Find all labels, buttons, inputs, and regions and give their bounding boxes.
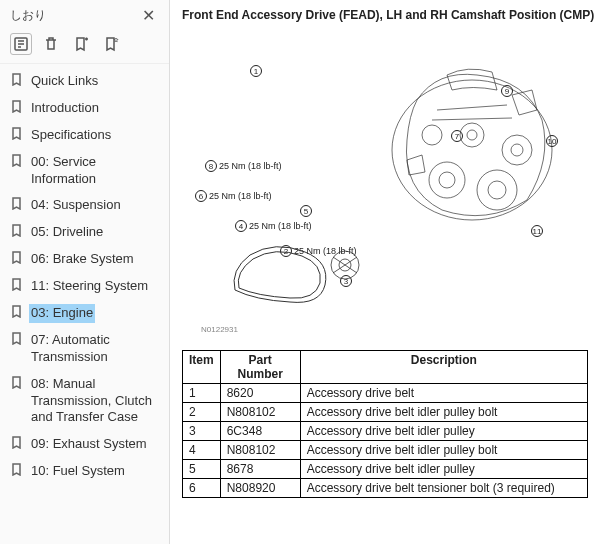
bookmark-icon: [10, 332, 23, 350]
bookmark-icon: [10, 251, 23, 269]
exploded-diagram: 1 825 Nm (18 lb-ft) 625 Nm (18 lb-ft) 42…: [195, 30, 575, 340]
cell-desc: Accessory drive belt: [300, 384, 587, 403]
bookmark-icon: [10, 278, 23, 296]
bookmark-icon: [10, 376, 23, 394]
svg-point-15: [422, 125, 442, 145]
parts-table: ItemPart NumberDescription 18620Accessor…: [182, 350, 588, 498]
table-row: 6N808920Accessory drive belt tensioner b…: [183, 479, 588, 498]
sidebar-item-label: 00: Service Information: [29, 153, 159, 189]
sidebar-item[interactable]: Introduction: [0, 95, 169, 122]
table-header: Part Number: [220, 351, 300, 384]
cell-part: N808920: [220, 479, 300, 498]
sidebar-item[interactable]: 00: Service Information: [0, 149, 169, 193]
svg-point-11: [502, 135, 532, 165]
callout-11: 11: [531, 225, 545, 237]
sidebar-item-label: 07: Automatic Transmission: [29, 331, 159, 367]
svg-point-8: [439, 172, 455, 188]
sidebar-item-label: 09: Exhaust System: [29, 435, 149, 454]
cell-part: 8620: [220, 384, 300, 403]
cell-desc: Accessory drive belt idler pulley: [300, 422, 587, 441]
trash-icon[interactable]: [40, 33, 62, 55]
svg-point-7: [429, 162, 465, 198]
sidebar-item[interactable]: 06: Brake System: [0, 246, 169, 273]
cell-desc: Accessory drive belt tensioner bolt (3 r…: [300, 479, 587, 498]
page-title: Front End Accessory Drive (FEAD), LH and…: [182, 8, 588, 22]
cell-desc: Accessory drive belt idler pulley bolt: [300, 403, 587, 422]
sidebar-item-label: 04: Suspension: [29, 196, 123, 215]
cell-desc: Accessory drive belt idler pulley: [300, 460, 587, 479]
callout-9: 9: [501, 85, 515, 97]
cell-part: 8678: [220, 460, 300, 479]
cell-part: N808102: [220, 441, 300, 460]
callout-10: 10: [546, 135, 560, 147]
figure-id: N0122931: [201, 325, 238, 334]
svg-line-17: [432, 118, 512, 120]
bookmark-icon: [10, 436, 23, 454]
bookmark-icon: [10, 197, 23, 215]
bookmark-icon: [10, 127, 23, 145]
table-header: Item: [183, 351, 221, 384]
sidebar-item[interactable]: 07: Automatic Transmission: [0, 327, 169, 371]
svg-point-14: [467, 130, 477, 140]
sidebar-item-label: 06: Brake System: [29, 250, 136, 269]
table-row: 18620Accessory drive belt: [183, 384, 588, 403]
callout-4: 425 Nm (18 lb-ft): [235, 220, 312, 232]
close-icon[interactable]: ✕: [138, 6, 159, 25]
sidebar-header: しおり ✕: [0, 0, 169, 27]
table-header: Description: [300, 351, 587, 384]
svg-point-12: [511, 144, 523, 156]
cell-part: 6C348: [220, 422, 300, 441]
sidebar-item[interactable]: 10: Fuel System: [0, 458, 169, 485]
cell-item: 6: [183, 479, 221, 498]
callout-7: 7: [451, 130, 465, 142]
sidebar-item[interactable]: 05: Driveline: [0, 219, 169, 246]
sidebar-item-label: 03: Engine: [29, 304, 95, 323]
table-row: 2N808102Accessory drive belt idler pulle…: [183, 403, 588, 422]
engine-illustration: [377, 40, 567, 240]
bookmarks-sidebar: しおり ✕ Quick LinksIntroductionSpecificati…: [0, 0, 170, 544]
sidebar-item[interactable]: 11: Steering System: [0, 273, 169, 300]
sidebar-item[interactable]: Quick Links: [0, 68, 169, 95]
callout-5: 5: [300, 205, 314, 217]
bookmark-star-icon[interactable]: [100, 33, 122, 55]
callout-1: 1: [250, 65, 264, 77]
cell-item: 2: [183, 403, 221, 422]
cell-item: 3: [183, 422, 221, 441]
cell-desc: Accessory drive belt idler pulley bolt: [300, 441, 587, 460]
sidebar-item[interactable]: 09: Exhaust System: [0, 431, 169, 458]
cell-item: 5: [183, 460, 221, 479]
bookmark-icon: [10, 224, 23, 242]
sidebar-toolbar: [0, 27, 169, 64]
svg-line-16: [437, 105, 507, 110]
bookmark-icon: [10, 305, 23, 323]
sidebar-item[interactable]: 08: Manual Transmission, Clutch and Tran…: [0, 371, 169, 432]
sidebar-item-label: 11: Steering System: [29, 277, 150, 296]
table-row: 58678Accessory drive belt idler pulley: [183, 460, 588, 479]
callout-3: 3: [340, 275, 354, 287]
callout-6: 625 Nm (18 lb-ft): [195, 190, 272, 202]
sidebar-item[interactable]: 03: Engine: [0, 300, 169, 327]
bookmark-icon: [10, 463, 23, 481]
bookmark-icon: [10, 100, 23, 118]
bookmarks-list: Quick LinksIntroductionSpecifications00:…: [0, 64, 169, 544]
sidebar-item[interactable]: 04: Suspension: [0, 192, 169, 219]
cell-part: N808102: [220, 403, 300, 422]
document-content: Front End Accessory Drive (FEAD), LH and…: [170, 0, 600, 544]
sidebar-item[interactable]: Specifications: [0, 122, 169, 149]
sidebar-item-label: 10: Fuel System: [29, 462, 127, 481]
sidebar-item-label: Specifications: [29, 126, 113, 145]
sidebar-item-label: 05: Driveline: [29, 223, 105, 242]
sidebar-item-label: Introduction: [29, 99, 101, 118]
sidebar-title: しおり: [10, 7, 46, 24]
callout-8: 825 Nm (18 lb-ft): [205, 160, 282, 172]
table-row: 36C348Accessory drive belt idler pulley: [183, 422, 588, 441]
sidebar-item-label: 08: Manual Transmission, Clutch and Tran…: [29, 375, 159, 428]
sidebar-item-label: Quick Links: [29, 72, 100, 91]
svg-point-10: [488, 181, 506, 199]
cell-item: 1: [183, 384, 221, 403]
bookmark-icon: [10, 154, 23, 172]
table-row: 4N808102Accessory drive belt idler pulle…: [183, 441, 588, 460]
options-icon[interactable]: [10, 33, 32, 55]
cell-item: 4: [183, 441, 221, 460]
bookmark-add-icon[interactable]: [70, 33, 92, 55]
